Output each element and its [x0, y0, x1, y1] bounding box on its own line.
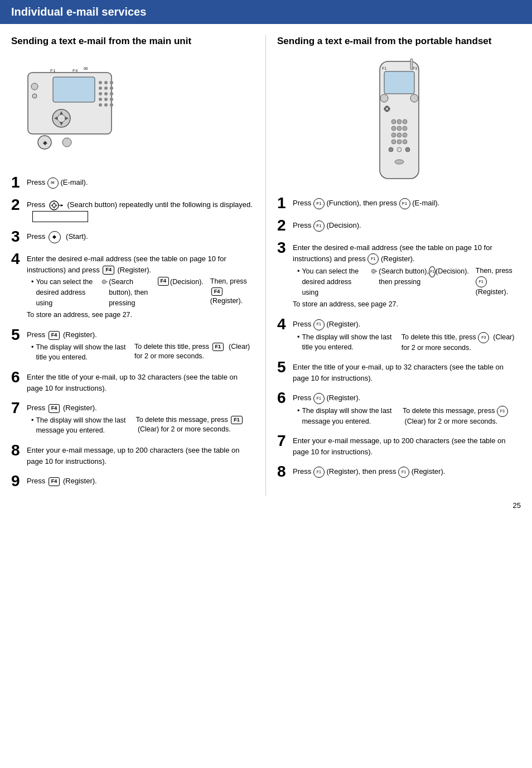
f1-clear2-icon: F1: [231, 416, 243, 425]
svg-marker-75: [373, 272, 375, 273]
svg-text:✉: ✉: [84, 66, 88, 71]
email-icon: ✉: [47, 177, 59, 189]
f4-step5-icon: F4: [49, 331, 60, 340]
handset-svg: F1 F3: [363, 56, 436, 184]
left-section-title: Sending a text e-mail from the main unit: [11, 35, 254, 47]
svg-marker-37: [61, 204, 63, 207]
svg-text:F1: F1: [382, 66, 386, 70]
svg-point-2: [99, 81, 102, 84]
svg-point-65: [391, 140, 396, 144]
two-column-layout: Sending a text e-mail from the main unit: [0, 35, 532, 496]
svg-point-15: [104, 103, 108, 107]
svg-point-10: [110, 92, 113, 95]
f4-register-icon: F4: [103, 266, 114, 275]
search-btn-r: [371, 266, 378, 276]
svg-marker-44: [107, 281, 108, 282]
svg-point-4: [110, 81, 113, 84]
page-header: Individual e-mail services: [0, 0, 532, 24]
step-3: 3 Press (Start).: [11, 229, 254, 244]
svg-point-63: [397, 133, 402, 137]
svg-point-16: [110, 103, 113, 107]
right-step-3-bullet: You can select the desired address using…: [297, 266, 521, 297]
f1-circle-r6: F1: [313, 393, 325, 404]
svg-point-14: [99, 103, 102, 107]
svg-point-29: [62, 138, 71, 147]
svg-point-49: [380, 94, 388, 102]
svg-point-61: [403, 126, 407, 131]
svg-point-68: [389, 147, 393, 152]
svg-text:◆: ◆: [43, 140, 47, 146]
f4-decision-icon: F4: [158, 277, 170, 286]
right-column: Sending a text e-mail from the portable …: [266, 35, 521, 496]
svg-point-64: [403, 133, 407, 137]
svg-marker-42: [105, 281, 106, 283]
f3-circle-r6: F3: [497, 406, 508, 417]
f1-circle-r4: F1: [313, 319, 325, 330]
step-4: 4 Enter the desired e-mail address (see …: [11, 251, 254, 320]
svg-point-6: [104, 87, 108, 90]
svg-point-71: [395, 160, 404, 164]
svg-point-7: [110, 87, 113, 90]
svg-point-59: [391, 126, 396, 131]
svg-marker-77: [374, 271, 375, 272]
step-9: 9 Press F4 (Register).: [11, 473, 254, 489]
svg-point-3: [104, 81, 108, 84]
right-step-4: 4 Press F1 (Register). The display will …: [277, 316, 521, 353]
f1-circle-r8a: F1: [313, 467, 325, 478]
svg-marker-40: [103, 282, 105, 284]
step-1: 1 Press ✉ (E-mail).: [11, 175, 254, 190]
step-7-bullet: The display will show the last message y…: [31, 415, 254, 436]
search-button-icon: [49, 200, 64, 211]
f4-register2-icon: F4: [211, 287, 223, 296]
step-6: 6 Enter the title of your e-mail, up to …: [11, 369, 254, 393]
main-unit-diagram: F1 F4 ◆ ✉: [11, 56, 254, 175]
f4-step9-icon: F4: [49, 477, 60, 486]
right-step-6: 6 Press F1 (Register). The display will …: [277, 390, 521, 426]
f4-step7-icon: F4: [49, 404, 60, 413]
svg-point-50: [410, 94, 418, 102]
right-step-1: 1 Press F1 (Function), then press F1 (E-…: [277, 195, 521, 211]
svg-marker-76: [372, 271, 373, 272]
svg-point-9: [104, 92, 108, 95]
header-title: Individual e-mail services: [11, 6, 146, 18]
f1-circle-r1b: F1: [399, 198, 410, 209]
f1-circle-r2: F1: [313, 220, 325, 232]
f1-circle-r3: F1: [367, 253, 379, 265]
f3-circle-r4: F3: [478, 332, 489, 343]
right-step-3: 3 Enter the desired e-mail address (see …: [277, 240, 521, 310]
svg-marker-79: [376, 271, 378, 272]
main-unit-svg: F1 F4 ◆ ✉: [11, 56, 128, 173]
f1-clear-icon: F1: [212, 343, 224, 352]
right-step-2: 2 Press F1 (Decision).: [277, 218, 521, 233]
svg-point-67: [403, 140, 407, 144]
step-4-bullet: You can select the desired address using…: [31, 277, 254, 308]
svg-point-62: [391, 133, 396, 137]
svg-marker-39: [103, 280, 105, 281]
svg-text:F1: F1: [50, 68, 56, 73]
svg-rect-46: [384, 71, 414, 94]
right-step-7: 7 Enter your e-mail message, up to 200 c…: [277, 433, 521, 457]
svg-point-69: [397, 147, 402, 152]
svg-point-11: [99, 98, 102, 101]
right-step-8: 8 Press F1 (Register), then press F1 (Re…: [277, 464, 521, 479]
svg-text:F4: F4: [72, 68, 78, 73]
svg-point-60: [397, 126, 402, 131]
svg-point-12: [104, 98, 108, 101]
svg-marker-35: [55, 204, 57, 207]
step-2: 2 Press (Search button) repeatedly until…: [11, 197, 254, 222]
svg-point-8: [99, 92, 102, 95]
left-column: Sending a text e-mail from the main unit: [11, 35, 266, 496]
right-step-4-bullet: The display will show the last title you…: [297, 332, 521, 353]
svg-rect-1: [53, 77, 95, 102]
svg-marker-74: [373, 270, 375, 271]
svg-point-13: [110, 98, 113, 101]
svg-point-22: [57, 114, 65, 122]
svg-point-19: [31, 83, 38, 90]
svg-point-57: [397, 119, 402, 124]
svg-text:F3: F3: [413, 66, 417, 70]
f1-circle-r1: F1: [313, 198, 325, 209]
svg-point-20: [32, 94, 37, 98]
svg-point-5: [99, 87, 102, 90]
f1-circle-r3c: F1: [476, 276, 487, 287]
f1-circle-r3b: F1: [429, 266, 436, 277]
